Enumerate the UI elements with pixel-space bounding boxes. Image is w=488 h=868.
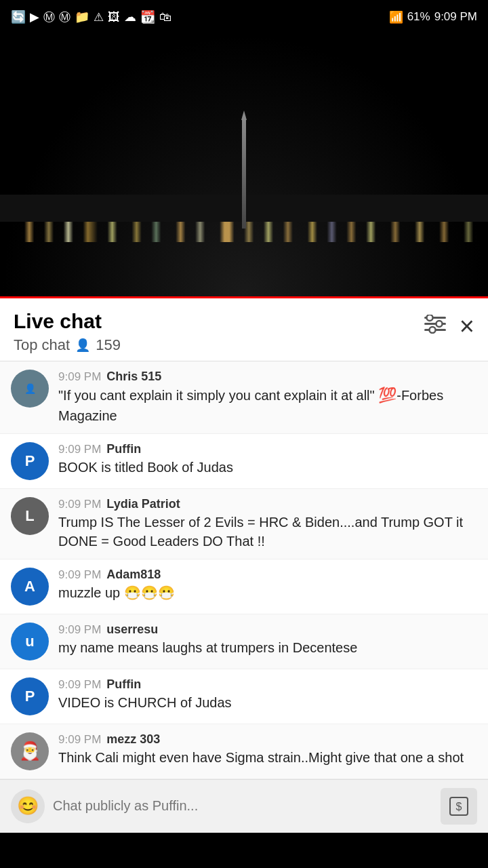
calendar-icon: 📆	[140, 9, 155, 24]
message-content: 9:09 PM Puffin VIDEO is CHURCH of Judas	[58, 677, 477, 712]
table-row: A 9:09 PM Adam818 muzzle up 😷😷😷	[0, 559, 488, 614]
battery-text: 61%	[407, 10, 430, 24]
message-time: 9:09 PM	[58, 443, 101, 456]
message-author: userresu	[106, 623, 158, 637]
chat-input[interactable]	[53, 789, 432, 823]
chat-title-group: Live chat Top chat 👤 159	[14, 309, 121, 354]
message-time: 9:09 PM	[58, 370, 101, 384]
youtube-icon: ▶	[30, 9, 39, 24]
message-content: 9:09 PM Chris 515 "If you cant explain i…	[58, 370, 477, 425]
chat-header: Live chat Top chat 👤 159 ×	[0, 298, 488, 361]
bag-icon: 🛍	[159, 10, 171, 24]
table-row: L 9:09 PM Lydia Patriot Trump IS The Les…	[0, 489, 488, 559]
obelisk-tip	[241, 111, 247, 120]
svg-point-4	[436, 321, 442, 327]
message-text: Think Cali might even have Sigma strain.…	[58, 748, 477, 767]
emoji-100: 💯	[378, 387, 396, 403]
avatar: P	[11, 442, 49, 480]
status-bar: 🔄 ▶ Ⓜ Ⓜ 📁 ⚠ 🖼 ☁ 📆 🛍 📶 61% 9:09 PM	[0, 0, 488, 34]
message-content: 9:09 PM Lydia Patriot Trump IS The Lesse…	[58, 497, 477, 551]
message-meta: 9:09 PM userresu	[58, 623, 477, 637]
message-text: "If you cant explain it simply you cant …	[58, 385, 477, 425]
message-author: Chris 515	[106, 370, 161, 384]
alert-icon: ⚠	[94, 10, 104, 24]
avatar: P	[11, 677, 49, 715]
viewers-icon: 👤	[75, 338, 90, 353]
svg-point-5	[429, 327, 435, 333]
chat-messages-list: 👤 9:09 PM Chris 515 "If you cant explain…	[0, 361, 488, 779]
live-chat-title: Live chat	[14, 309, 121, 334]
filter-icon[interactable]	[424, 314, 446, 339]
message-author: Puffin	[106, 677, 141, 692]
video-player[interactable]	[0, 34, 488, 298]
message-content: 9:09 PM Adam818 muzzle up 😷😷😷	[58, 568, 477, 602]
chat-sub-info: Top chat 👤 159	[14, 336, 121, 354]
message-content: 9:09 PM userresu my name means laughs at…	[58, 623, 477, 657]
avatar-letter: P	[25, 688, 35, 705]
status-icons-left: 🔄 ▶ Ⓜ Ⓜ 📁 ⚠ 🖼 ☁ 📆 🛍	[11, 9, 171, 25]
message-meta: 9:09 PM Puffin	[58, 442, 477, 456]
avatar: L	[11, 497, 49, 535]
viewers-count: 159	[96, 336, 121, 354]
svg-point-3	[426, 315, 432, 321]
message-meta: 9:09 PM Puffin	[58, 677, 477, 692]
chat-panel: Live chat Top chat 👤 159 ×	[0, 298, 488, 833]
avatar: 👤	[11, 370, 49, 408]
message-author: mezz 303	[106, 732, 160, 747]
table-row: P 9:09 PM Puffin BOOK is titled Book of …	[0, 434, 488, 489]
table-row: 👤 9:09 PM Chris 515 "If you cant explain…	[0, 361, 488, 434]
app-icon-m: Ⓜ	[43, 9, 55, 25]
avatar: u	[11, 623, 49, 660]
avatar-emoji: 🎅	[19, 741, 41, 762]
message-content: 9:09 PM Puffin BOOK is titled Book of Ju…	[58, 442, 477, 477]
message-meta: 9:09 PM Lydia Patriot	[58, 497, 477, 511]
message-time: 9:09 PM	[58, 623, 101, 637]
emoji-button[interactable]: 😊	[11, 789, 45, 823]
message-meta: 9:09 PM Chris 515	[58, 370, 477, 384]
emoji-icon: 😊	[17, 795, 39, 816]
video-content	[0, 34, 488, 296]
message-author: Adam818	[106, 568, 161, 582]
table-row: P 9:09 PM Puffin VIDEO is CHURCH of Juda…	[0, 669, 488, 724]
message-text: BOOK is titled Book of Judas	[58, 458, 477, 477]
message-text: VIDEO is CHURCH of Judas	[58, 693, 477, 712]
time-display: 9:09 PM	[434, 10, 477, 24]
avatar-letter: u	[25, 633, 34, 650]
message-content: 9:09 PM mezz 303 Think Cali might even h…	[58, 732, 477, 767]
status-icons-right: 📶 61% 9:09 PM	[389, 10, 477, 24]
svg-text:$: $	[456, 801, 462, 812]
table-row: u 9:09 PM userresu my name means laughs …	[0, 614, 488, 669]
avatar: A	[11, 568, 49, 606]
message-author: Puffin	[106, 442, 141, 456]
folder-icon: 📁	[75, 9, 89, 24]
message-meta: 9:09 PM Adam818	[58, 568, 477, 582]
sync-icon: 🔄	[11, 9, 26, 24]
chat-input-bar: 😊 $	[0, 779, 488, 833]
chat-header-actions: ×	[424, 312, 474, 341]
app-icon-m2: Ⓜ	[59, 9, 70, 25]
gallery-icon: 🖼	[108, 10, 120, 24]
message-text: Trump IS The Lesser of 2 Evils = HRC & B…	[58, 513, 477, 551]
message-time: 9:09 PM	[58, 568, 101, 582]
message-time: 9:09 PM	[58, 498, 101, 511]
avatar: 🎅	[11, 732, 49, 770]
table-row: 🎅 9:09 PM mezz 303 Think Cali might even…	[0, 724, 488, 779]
avatar-letter: A	[24, 578, 35, 595]
message-time: 9:09 PM	[58, 733, 101, 747]
wifi-icon: 📶	[389, 10, 403, 24]
close-icon[interactable]: ×	[460, 312, 474, 341]
superchat-button[interactable]: $	[441, 788, 477, 825]
avatar-letter: L	[25, 507, 34, 525]
message-text: my name means laughs at trumpers in Dece…	[58, 638, 477, 657]
message-meta: 9:09 PM mezz 303	[58, 732, 477, 747]
obelisk	[242, 120, 246, 229]
top-chat-label[interactable]: Top chat	[14, 336, 70, 354]
avatar-image-placeholder: 👤	[24, 383, 36, 394]
avatar-letter: P	[25, 452, 35, 470]
message-text: muzzle up 😷😷😷	[58, 583, 477, 602]
cloud-icon: ☁	[124, 9, 136, 24]
message-author: Lydia Patriot	[106, 497, 180, 511]
message-time: 9:09 PM	[58, 678, 101, 692]
